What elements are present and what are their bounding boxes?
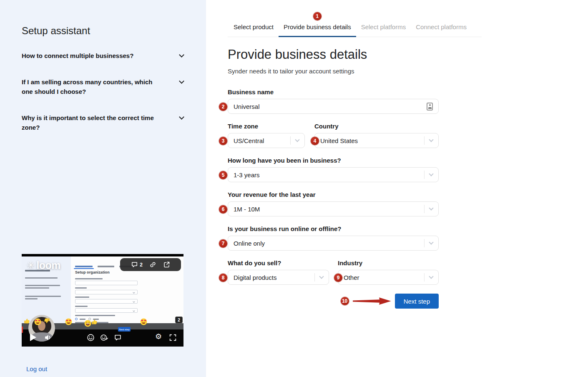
loom-brand-text: loom: [36, 259, 60, 271]
step-badge-4: 4: [311, 137, 319, 145]
heart-eyes-emoji: [65, 318, 72, 325]
blurred-input: [75, 308, 138, 313]
play-button[interactable]: [30, 334, 36, 341]
main-panel: Select product 1 Provide business detail…: [206, 0, 588, 377]
time-zone-label: Time zone: [228, 123, 305, 130]
divider: [424, 136, 425, 145]
revenue-select[interactable]: 6 1M - 10M: [228, 201, 439, 216]
faq-item-label: How to connect multiple businesses?: [22, 51, 133, 60]
industry-select[interactable]: 9 Other: [338, 270, 439, 285]
copy-link-button[interactable]: [149, 261, 156, 268]
faq-item-label: If I am selling across many countries, w…: [22, 77, 159, 96]
step-badge-8: 8: [219, 274, 227, 282]
setup-assistant-page: Setup assistant How to connect multiple …: [0, 0, 588, 377]
loom-video-player[interactable]: Setup organization ✳ loom: [22, 254, 183, 347]
tab-select-platforms[interactable]: Select platforms: [356, 23, 411, 37]
loom-flower-icon: ✳: [27, 261, 35, 270]
chevron-down-icon: [429, 206, 433, 210]
business-age-label: How long have you been in business?: [228, 157, 439, 164]
tab-label: Select platforms: [361, 23, 406, 30]
close-icon[interactable]: ✕: [181, 260, 183, 266]
sidebar: Setup assistant How to connect multiple …: [0, 0, 206, 377]
blurred-tab: [98, 266, 114, 267]
volume-icon: [44, 334, 52, 342]
blurred-input: [75, 290, 138, 294]
faq-item-many-countries[interactable]: If I am selling across many countries, w…: [22, 77, 183, 96]
country-value: United States: [320, 137, 358, 144]
volume-button[interactable]: [44, 334, 52, 342]
emoji-icon: [87, 334, 95, 342]
divider: [424, 239, 425, 247]
business-age-value: 1-3 years: [234, 171, 260, 178]
business-age-select[interactable]: 5 1-3 years: [228, 167, 439, 182]
faq-item-time-zone[interactable]: Why is it important to select the correc…: [22, 113, 183, 132]
chevron-down-icon: [179, 114, 184, 120]
business-name-input[interactable]: 2 Universal: [228, 99, 439, 114]
time-zone-value: US/Central: [234, 137, 264, 144]
country-select[interactable]: 4 United States: [314, 133, 439, 148]
blurred-text-line: [25, 287, 49, 289]
blurred-input: [75, 299, 138, 304]
thumbs-up-emoji: [91, 318, 98, 325]
divider: [314, 273, 315, 281]
red-arrow-annotation: [353, 297, 391, 305]
logout-link[interactable]: Log out: [26, 365, 47, 372]
emoji-add-button[interactable]: [100, 334, 109, 342]
video-progress-playhead[interactable]: [22, 327, 23, 333]
run-mode-value: Online only: [234, 240, 265, 247]
step-badge-3: 3: [219, 137, 227, 145]
blurred-text-line: [75, 297, 89, 298]
video-toolbar: 2: [120, 258, 181, 271]
open-external-button[interactable]: [163, 261, 170, 268]
faq-item-multiple-businesses[interactable]: How to connect multiple businesses?: [22, 51, 183, 60]
business-name-value: Universal: [234, 103, 260, 110]
blurred-text-line: [25, 285, 60, 286]
play-icon: [30, 334, 36, 341]
emoji-reaction-button[interactable]: [87, 334, 95, 342]
revenue-value: 1M - 10M: [234, 206, 260, 213]
page-title: Provide business details: [228, 47, 482, 62]
run-mode-label: Is your business run online or offline?: [228, 225, 439, 232]
sell-select[interactable]: 8 Digital products: [228, 270, 329, 285]
next-step-button[interactable]: Next step: [395, 294, 439, 309]
comment-icon: [114, 334, 122, 342]
run-mode-select[interactable]: 7 Online only: [228, 236, 439, 251]
tab-select-product[interactable]: Select product: [229, 23, 279, 37]
chevron-down-icon: [179, 78, 184, 84]
divider: [424, 273, 425, 281]
loom-logo: ✳ loom: [27, 259, 60, 271]
external-link-icon: [163, 261, 170, 268]
step-badge-9: 9: [334, 274, 342, 282]
step-badge-5: 5: [219, 171, 227, 179]
chevron-down-icon: [295, 137, 299, 142]
contact-card-icon[interactable]: [427, 103, 433, 111]
chevron-down-icon: [429, 171, 433, 176]
faq-list: How to connect multiple businesses? If I…: [22, 51, 183, 149]
blurred-text-line: [75, 287, 87, 289]
link-icon: [149, 261, 156, 268]
time-zone-select[interactable]: 3 US/Central: [228, 133, 305, 148]
tab-connect-platforms[interactable]: Connect platforms: [411, 23, 472, 37]
comment-count: 2: [140, 262, 143, 268]
video-comment-button[interactable]: [114, 334, 122, 342]
divider: [424, 171, 425, 179]
comments-button[interactable]: 2: [131, 261, 143, 268]
chevron-down-icon: [319, 274, 324, 279]
page-subtitle: Synder needs it to tailor your account s…: [228, 68, 482, 75]
tab-provide-business-details[interactable]: 1 Provide business details: [279, 23, 356, 37]
heart-eyes-emoji: [34, 318, 41, 325]
wizard-tabs: Select product 1 Provide business detail…: [228, 23, 482, 37]
fullscreen-button[interactable]: [169, 334, 177, 342]
emoji-check-icon: [100, 334, 109, 342]
blurred-tab-underline: [74, 268, 94, 269]
blurred-text-line: [75, 306, 88, 307]
reaction-count-badge: 2: [175, 317, 183, 323]
tab-label: Select product: [234, 23, 274, 30]
video-settings-button[interactable]: ⚙: [155, 333, 162, 340]
video-frame-title: Setup organization: [75, 270, 110, 274]
settings-gear-icon: ⚙: [155, 333, 162, 340]
industry-value: Other: [344, 274, 359, 281]
faq-item-label: Why is it important to select the correc…: [22, 113, 159, 132]
video-frame-next-step-button: Next step: [118, 327, 131, 332]
business-name-label: Business name: [228, 88, 439, 96]
